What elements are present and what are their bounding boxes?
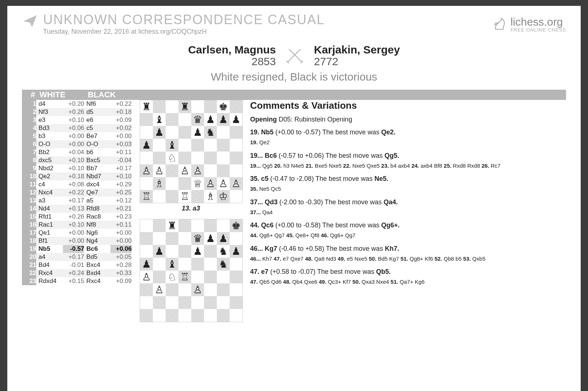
black-move[interactable]: Qe7 xyxy=(84,189,110,197)
black-move[interactable]: Bc6 xyxy=(84,245,110,253)
board-square xyxy=(140,219,153,232)
black-move[interactable]: Nf6 xyxy=(84,100,110,108)
white-move[interactable]: e3 xyxy=(36,116,63,124)
board-square xyxy=(217,219,230,232)
black-move[interactable]: Rxc4 xyxy=(84,277,110,285)
white-move[interactable]: Qe1 xyxy=(36,229,63,237)
board-1-caption: 13. a3 xyxy=(140,205,242,212)
board-square: ♟ xyxy=(204,113,217,126)
board-square xyxy=(140,309,153,322)
white-move[interactable]: a4 xyxy=(36,253,63,261)
board-square: ♚ xyxy=(217,100,230,113)
board-square xyxy=(153,271,166,283)
col-black-header: BLACK xyxy=(87,90,135,100)
black-move[interactable]: b6 xyxy=(84,148,110,156)
swords-icon xyxy=(284,45,305,67)
white-move[interactable]: Rfd1 xyxy=(36,213,63,221)
board-square xyxy=(140,177,153,190)
col-white-header: WHITE xyxy=(37,90,87,100)
black-move[interactable]: Nf8 xyxy=(84,221,110,229)
board-square xyxy=(153,139,166,152)
white-move[interactable]: Bf1 xyxy=(36,237,63,245)
white-move[interactable]: a3 xyxy=(36,197,63,205)
black-move[interactable]: Bxc5 xyxy=(84,156,110,164)
move-number: 21 xyxy=(22,261,36,269)
white-move[interactable]: Qe2 xyxy=(36,172,63,180)
board-square xyxy=(204,164,217,177)
black-move[interactable]: O-O xyxy=(84,140,110,148)
white-move[interactable]: b3 xyxy=(36,132,63,140)
black-eval: +0.25 xyxy=(110,189,132,197)
move-number: 4 xyxy=(22,124,36,132)
black-move[interactable]: Be7 xyxy=(84,132,110,140)
black-eval: +0.00 xyxy=(110,132,132,140)
black-move[interactable]: dxc4 xyxy=(84,180,110,189)
white-eval: +0.20 xyxy=(63,100,84,108)
black-move[interactable]: Bxd4 xyxy=(84,269,110,277)
white-move[interactable]: Nb5 xyxy=(36,245,63,253)
black-move[interactable]: Rfd8 xyxy=(84,205,110,213)
black-eval: -0.04 xyxy=(110,156,132,164)
black-move[interactable]: Bxc4 xyxy=(84,261,110,269)
comment-move: 44. Qc6 xyxy=(250,221,274,229)
board-square xyxy=(153,152,166,164)
board-square: ♙ xyxy=(153,283,166,296)
board-square xyxy=(230,309,242,322)
white-move[interactable]: Nbd2 xyxy=(36,164,63,172)
white-move[interactable]: Rac1 xyxy=(36,221,63,229)
white-move[interactable]: Rdxd4 xyxy=(36,277,63,285)
black-move[interactable]: Bb7 xyxy=(84,164,110,172)
board-square xyxy=(178,283,191,296)
white-move[interactable]: Nf3 xyxy=(36,108,63,116)
board-square: ♟ xyxy=(153,126,166,139)
board-square xyxy=(153,190,166,203)
move-number: 9 xyxy=(22,164,36,172)
site-name: lichess.org xyxy=(510,16,566,27)
black-move[interactable]: Nbd7 xyxy=(84,172,110,180)
board-square: ♟ xyxy=(230,245,242,258)
black-move[interactable]: e6 xyxy=(84,116,110,124)
white-eval: +0.00 xyxy=(63,132,84,140)
white-move[interactable]: d4 xyxy=(36,100,63,108)
black-eval: +0.22 xyxy=(110,100,132,108)
white-eval: +0.06 xyxy=(63,124,84,132)
black-eval: +0.28 xyxy=(110,261,132,269)
comment-variation: 19... Qg5 20. h3 N4e5 21. Bxe5 Nxe5 22. … xyxy=(250,162,566,170)
black-move[interactable]: Ng6 xyxy=(84,229,110,237)
black-move[interactable]: Bd5 xyxy=(84,253,110,261)
white-move[interactable]: Nxc4 xyxy=(36,189,63,197)
board-square xyxy=(230,152,242,164)
board-square: ♜ xyxy=(140,100,153,113)
white-move[interactable]: dxc5 xyxy=(36,156,63,164)
move-row: 11c4+0.08dxc4+0.29 xyxy=(22,180,132,189)
white-move[interactable]: c4 xyxy=(36,180,63,189)
comments-panel: Comments & Variations Opening D05: Rubin… xyxy=(250,100,566,322)
black-move[interactable]: c5 xyxy=(84,124,110,132)
board-square: ♟ xyxy=(140,258,153,271)
black-move[interactable]: d5 xyxy=(84,108,110,116)
white-move[interactable]: Rxc4 xyxy=(36,269,63,277)
move-row: 16Rac1+0.10Nf8+0.11 xyxy=(22,221,132,229)
board-square xyxy=(191,258,204,271)
move-row: 17Qe1+0.00Ng6+0.00 xyxy=(22,229,132,237)
board-square: ♟ xyxy=(204,232,217,245)
comment-best-move: Ne5. xyxy=(374,175,388,182)
black-move[interactable]: Ng4 xyxy=(84,237,110,245)
white-eval: +0.15 xyxy=(63,277,84,285)
board-square xyxy=(140,283,153,296)
board-square xyxy=(204,152,217,164)
board-square: ♟ xyxy=(191,126,204,139)
white-move[interactable]: Bb2 xyxy=(36,148,63,156)
white-move[interactable]: Bd4 xyxy=(36,261,63,269)
white-eval: +0.24 xyxy=(63,269,84,277)
board-square xyxy=(191,152,204,164)
black-move[interactable]: a5 xyxy=(84,197,110,205)
white-move[interactable]: Bd3 xyxy=(36,124,63,132)
comment-eval: (-2.00 to -0.30) xyxy=(279,198,323,206)
board-square xyxy=(178,177,191,190)
white-move[interactable]: O-O xyxy=(36,140,63,148)
black-move[interactable]: Rac8 xyxy=(84,213,110,221)
board-square: ♙ xyxy=(204,177,217,190)
move-row: 22Rxc4+0.24Bxd4+0.33 xyxy=(22,269,132,277)
white-move[interactable]: Nd4 xyxy=(36,205,63,213)
